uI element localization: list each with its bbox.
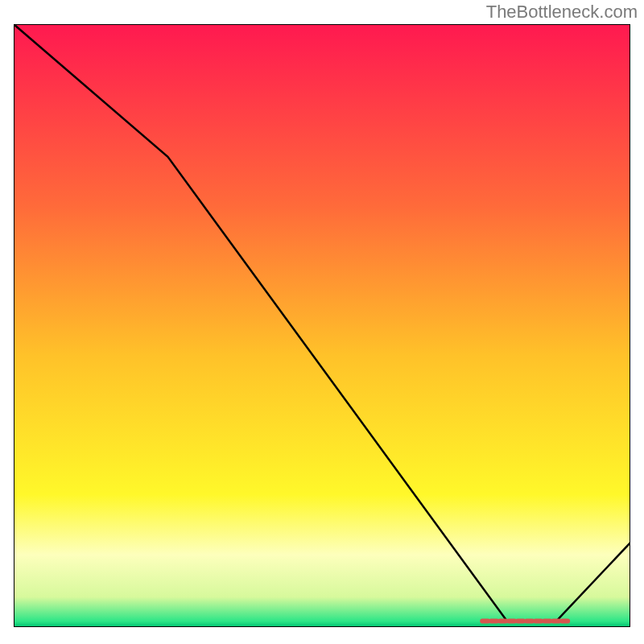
chart-svg xyxy=(14,24,630,627)
bottleneck-chart xyxy=(14,24,630,627)
watermark-text: TheBottleneck.com xyxy=(486,2,638,23)
gradient-background xyxy=(14,24,630,627)
